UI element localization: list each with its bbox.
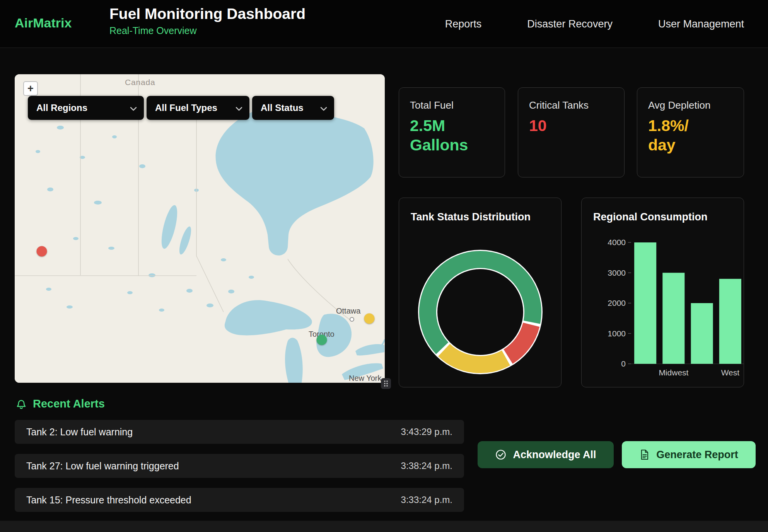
region-filter-label: All Regions	[36, 102, 87, 113]
tank-marker-critical[interactable]	[37, 246, 47, 257]
stat-card-avg-depletion: Avg Depletion 1.8%/ day	[637, 87, 744, 177]
alert-time: 3:33:24 p.m.	[401, 494, 452, 505]
fuel-tank-map[interactable]: + All Regions All Fuel Types All Status …	[15, 74, 385, 383]
y-axis-tick-label: 4000	[608, 238, 626, 247]
y-axis-tick-label: 2000	[608, 298, 626, 307]
brand-logo[interactable]: AirMatrix	[15, 15, 72, 31]
generate-report-label: Generate Report	[656, 449, 738, 461]
tank-status-donut-chart	[415, 246, 546, 378]
nav-disaster-recovery[interactable]: Disaster Recovery	[527, 18, 613, 30]
y-axis-tick-label: 1000	[608, 329, 626, 338]
chart-title: Regional Consumption	[593, 211, 732, 223]
alert-time: 3:43:29 p.m.	[401, 426, 452, 437]
alert-message: Tank 2: Low fuel warning	[26, 426, 133, 438]
region-filter-dropdown[interactable]: All Regions	[28, 96, 144, 120]
alert-time: 3:38:24 p.m.	[401, 460, 452, 471]
zoom-in-button[interactable]: +	[23, 81, 38, 96]
stat-value-critical-tanks: 10	[529, 116, 613, 135]
status-filter-label: All Status	[261, 102, 304, 113]
map-filters: All Regions All Fuel Types All Status	[28, 96, 334, 120]
page-title: Fuel Monitoring Dashboard	[109, 5, 305, 22]
consumption-bar-1	[662, 273, 684, 364]
stat-value-total-fuel: 2.5M Gallons	[410, 116, 494, 155]
map-label-canada: Canada	[125, 78, 155, 87]
chart-title: Tank Status Distribution	[411, 211, 550, 223]
alert-row[interactable]: Tank 15: Pressure threshold exceeded 3:3…	[15, 488, 464, 512]
check-circle-icon	[495, 449, 507, 460]
alert-row[interactable]: Tank 2: Low fuel warning 3:43:29 p.m.	[15, 420, 464, 444]
generate-report-button[interactable]: Generate Report	[622, 441, 756, 468]
alert-row[interactable]: Tank 27: Low fuel warning triggered 3:38…	[15, 454, 464, 478]
nav-reports[interactable]: Reports	[445, 18, 482, 30]
bell-icon	[15, 398, 27, 410]
recent-alerts-heading: Recent Alerts	[15, 397, 105, 410]
alert-message: Tank 15: Pressure threshold exceeded	[26, 494, 191, 506]
map-label-new-york: New York	[349, 374, 382, 383]
consumption-bar-2	[691, 303, 713, 364]
resize-handle[interactable]	[381, 378, 391, 389]
bottom-strip	[0, 521, 768, 532]
chevron-down-icon	[320, 102, 327, 113]
alert-message: Tank 27: Low fuel warning triggered	[26, 460, 179, 472]
grip-dots-icon	[383, 379, 389, 388]
consumption-bar-3	[719, 279, 741, 364]
acknowledge-all-button[interactable]: Acknowledge All	[478, 441, 614, 468]
acknowledge-all-label: Acknowledge All	[513, 449, 596, 461]
recent-alerts-section: Recent Alerts Tank 2: Low fuel warning 3…	[0, 387, 768, 522]
document-icon	[639, 449, 650, 460]
recent-alerts-title: Recent Alerts	[33, 397, 105, 410]
x-axis-label: West	[721, 368, 740, 377]
map-label-ottawa: Ottawa	[336, 307, 360, 315]
y-axis-tick-label: 0	[621, 359, 626, 368]
ottawa-city-dot	[350, 317, 354, 322]
chevron-down-icon	[130, 102, 137, 113]
nav-user-management[interactable]: User Management	[658, 18, 744, 30]
title-block: Fuel Monitoring Dashboard Real-Time Over…	[109, 5, 305, 36]
stat-value-avg-depletion: 1.8%/ day	[648, 116, 733, 155]
fuel-type-filter-label: All Fuel Types	[155, 102, 217, 113]
chevron-down-icon	[236, 102, 242, 113]
regional-consumption-card: Regional Consumption 01000200030004000Mi…	[581, 198, 744, 387]
status-filter-dropdown[interactable]: All Status	[252, 96, 334, 120]
stat-label: Avg Depletion	[648, 99, 733, 111]
tank-status-distribution-card: Tank Status Distribution	[399, 198, 561, 387]
x-axis-label: Midwest	[659, 368, 688, 377]
stat-card-critical-tanks: Critical Tanks 10	[518, 87, 625, 177]
consumption-bar-0	[634, 242, 656, 364]
main-nav: Reports Disaster Recovery User Managemen…	[445, 0, 744, 48]
tank-marker-normal[interactable]	[317, 335, 327, 345]
stat-label: Critical Tanks	[529, 99, 613, 111]
page-subtitle: Real-Time Overview	[109, 25, 305, 36]
stat-label: Total Fuel	[410, 99, 494, 111]
stat-card-total-fuel: Total Fuel 2.5M Gallons	[399, 87, 505, 177]
tank-marker-warning[interactable]	[364, 314, 375, 324]
header: AirMatrix Fuel Monitoring Dashboard Real…	[0, 0, 768, 48]
fuel-type-filter-dropdown[interactable]: All Fuel Types	[147, 96, 249, 120]
y-axis-tick-label: 3000	[608, 268, 626, 277]
regional-consumption-bar-chart: 01000200030004000MidwestWest	[603, 234, 744, 387]
